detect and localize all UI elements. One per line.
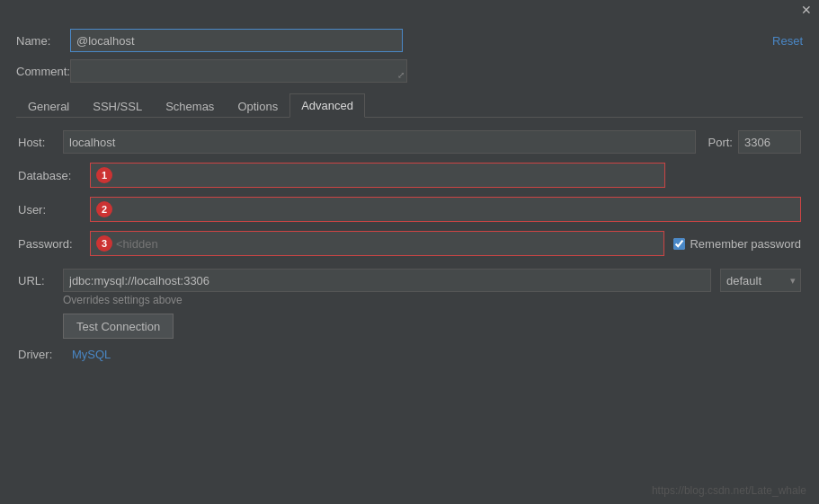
user-label: User: <box>18 203 90 217</box>
port-input[interactable] <box>738 130 801 154</box>
name-input[interactable] <box>70 29 403 52</box>
remember-label: Remember password <box>690 237 801 251</box>
host-port-row: Host: Port: <box>18 130 801 154</box>
tab-schemas[interactable]: Schemas <box>154 94 226 118</box>
tabs: General SSH/SSL Schemas Options Advanced <box>16 93 803 118</box>
remember-wrap: Remember password <box>673 237 801 251</box>
driver-row: Driver: MySQL <box>18 348 801 361</box>
test-connection-button[interactable]: Test Connection <box>63 314 174 339</box>
driver-link[interactable]: MySQL <box>72 348 111 361</box>
database-input-wrap: 1 <box>90 163 665 188</box>
host-input[interactable] <box>63 130 696 154</box>
host-label: Host: <box>18 136 63 149</box>
database-label: Database: <box>18 169 90 182</box>
tab-general[interactable]: General <box>16 94 81 118</box>
comment-input-wrap: ⤢ <box>70 59 407 83</box>
password-label: Password: <box>18 237 90 251</box>
database-badge: 1 <box>96 167 112 183</box>
password-input[interactable] <box>112 234 662 253</box>
remember-checkbox[interactable] <box>673 238 685 250</box>
close-button[interactable]: ✕ <box>801 3 812 17</box>
tab-advanced[interactable]: Advanced <box>289 93 365 118</box>
tab-options[interactable]: Options <box>226 94 289 118</box>
dialog: Name: Reset Comment: ⤢ General SSH/SSL S… <box>0 20 819 372</box>
comment-label: Comment: <box>16 65 70 78</box>
tab-sshssl[interactable]: SSH/SSL <box>81 94 154 118</box>
name-label: Name: <box>16 34 70 48</box>
url-row: URL: default custom ▾ <box>18 269 801 292</box>
user-row: User: 2 <box>18 197 801 222</box>
password-input-wrap: 3 <box>90 231 664 256</box>
port-label: Port: <box>708 136 733 149</box>
content-area: Host: Port: Database: 1 User: 2 Password… <box>16 130 803 361</box>
database-input[interactable] <box>112 165 663 185</box>
driver-label: Driver: <box>18 348 72 361</box>
overrides-text: Overrides settings above <box>63 294 801 306</box>
name-row: Name: Reset <box>16 29 803 52</box>
comment-row: Comment: ⤢ <box>16 59 803 83</box>
url-select[interactable]: default custom <box>720 269 801 292</box>
url-dropdown-wrap: default custom ▾ <box>720 269 801 292</box>
user-input[interactable] <box>112 199 798 219</box>
title-bar: ✕ <box>0 0 819 20</box>
url-input[interactable] <box>63 269 711 292</box>
reset-link[interactable]: Reset <box>754 34 803 48</box>
user-badge: 2 <box>96 201 112 217</box>
user-input-wrap: 2 <box>90 197 801 222</box>
url-label: URL: <box>18 274 63 287</box>
password-row: Password: 3 Remember password <box>18 231 801 256</box>
comment-input[interactable] <box>70 59 407 83</box>
url-select-wrap: default custom ▾ <box>720 269 801 292</box>
bottom-hint: https://blog.csdn.net/Late_whale <box>652 484 806 497</box>
password-badge: 3 <box>96 235 112 252</box>
database-row: Database: 1 <box>18 163 801 188</box>
